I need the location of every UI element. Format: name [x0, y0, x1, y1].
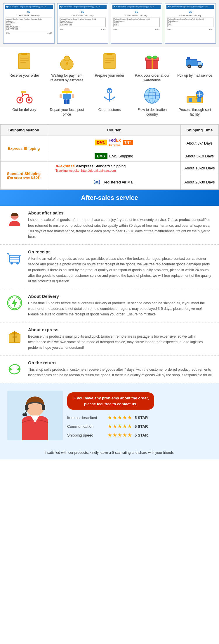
svg-marker-70 — [9, 367, 13, 371]
svg-rect-17 — [198, 62, 202, 65]
svg-rect-4 — [20, 62, 26, 63]
col-shipping-method: Shipping Method — [1, 125, 47, 135]
headset-person-icon — [7, 391, 63, 440]
service-item-express: About express Because this product is sm… — [0, 322, 219, 356]
svg-rect-22 — [187, 57, 190, 59]
fedex-logo: FedExExpress — [109, 138, 121, 147]
courier-express-logos: DHL FedExExpress TNT — [47, 135, 181, 151]
rating-label-comm: Communication — [67, 424, 105, 429]
prepare-clipboard-icon — [99, 51, 120, 72]
step-label-payment: Waiting for payment released by alixpres… — [48, 73, 86, 83]
step-depart-post: Depart your local post office — [48, 85, 86, 117]
service-title-express: About express — [28, 327, 213, 332]
svg-rect-8 — [104, 54, 115, 69]
warehouse-icon — [185, 85, 205, 106]
step-label-sort: Process through sort facility — [176, 108, 214, 117]
svg-rect-10 — [105, 58, 114, 59]
step-pack-order: Pack your order at our warehouse — [133, 51, 171, 83]
globe-icon — [142, 85, 162, 106]
time-registered: About 20-30 Days — [181, 175, 219, 190]
svg-rect-3 — [20, 60, 29, 61]
rating-row-comm: Communication ★★★★★ 5 STAR — [67, 423, 213, 430]
star-value-shipping: 5 STAR — [135, 433, 148, 437]
dhl-logo: DHL — [95, 140, 107, 145]
time-express-1: About 3-7 Days — [181, 135, 219, 151]
svg-rect-74 — [42, 405, 45, 410]
step-receive-order: Receive your order — [5, 51, 43, 83]
svg-point-60 — [16, 262, 19, 265]
svg-rect-12 — [105, 62, 111, 63]
step-clear-customs: Clear customs — [91, 85, 128, 117]
service-text-after-sales: I shop the sale of all goods, after the … — [28, 217, 213, 240]
svg-rect-2 — [20, 58, 29, 59]
ems-label: EMS Shipping — [109, 154, 133, 158]
step-flow-destination: Flow to destination country — [133, 85, 171, 117]
step-waiting-payment: $ Waiting for payment released by alixpr… — [48, 51, 86, 83]
svg-point-36 — [109, 90, 110, 92]
svg-point-59 — [11, 262, 13, 265]
cart-icon — [7, 250, 22, 266]
shipping-steps-section: Receive your order $ Waiting for payment… — [0, 47, 219, 124]
time-ems: About 3-10 Days — [181, 151, 219, 162]
courier-ems: EMS EMS Shipping — [47, 151, 181, 162]
step-label-out-delivery: Out for delivery — [12, 108, 36, 112]
svg-rect-27 — [21, 91, 26, 93]
service-title-return: On the return — [28, 360, 213, 365]
courier-registered: ✉ Registered Air Mail — [47, 175, 181, 190]
reg-label: Registered Air Mail — [102, 180, 134, 184]
svg-rect-68 — [13, 336, 17, 338]
step-pickup: Pck up by mail service — [176, 51, 214, 83]
star-value-comm: 5 STAR — [135, 424, 148, 429]
step-label-depart-post: Depart your local post office — [48, 108, 86, 117]
certificates-section: H≡ Shenzhen Hongtai Testing Technology C… — [0, 0, 219, 47]
contact-footer: If satisfied with our products, kindly l… — [0, 448, 219, 459]
cert-card-3: H≡ Shenzhen Hongtai Testing Technology C… — [111, 3, 162, 44]
shipping-table-section: Shipping Method Courier Shipping Time Ex… — [0, 124, 219, 190]
scooter-icon — [14, 85, 34, 106]
step-prepare-order: Prepare your order — [91, 51, 128, 83]
svg-rect-32 — [67, 99, 69, 104]
contact-bubble: IF you have any problems about the order… — [67, 392, 154, 410]
box-icon — [7, 328, 22, 344]
svg-line-55 — [8, 253, 10, 256]
courier-aliexpress: Aliexpress Aliexpress Standard Shipping … — [47, 162, 181, 175]
stars-item: ★★★★★ — [107, 414, 132, 421]
step-label-prepare: Prepare your order — [95, 73, 124, 78]
return-arrows-icon — [7, 361, 22, 377]
service-item-after-sales: About after sales I shop the sale of all… — [0, 206, 219, 245]
service-item-receipt: On receipt After the arrival of the good… — [0, 245, 219, 289]
lightning-icon — [7, 295, 22, 311]
truck-icon — [185, 51, 205, 72]
rating-row-shipping: Shipping speed ★★★★★ 5 STAR — [67, 432, 213, 438]
stars-shipping: ★★★★★ — [107, 432, 132, 438]
svg-rect-31 — [64, 99, 67, 104]
rating-row-item: Item as described ★★★★★ 5 STAR — [67, 414, 213, 421]
steps-row-2: Out for delivery Depart your local post … — [3, 85, 216, 117]
svg-rect-11 — [105, 60, 114, 61]
step-out-delivery: Out for delivery — [5, 85, 43, 117]
step-label-receive: Receive your order — [9, 73, 39, 78]
svg-rect-16 — [186, 59, 197, 66]
svg-rect-75 — [22, 413, 27, 416]
rating-label-shipping: Shipping speed — [67, 433, 105, 437]
service-text-receipt: After the arrival of the goods as soon a… — [28, 256, 213, 284]
svg-point-19 — [188, 66, 190, 67]
svg-rect-1 — [21, 53, 27, 55]
tnt-logo: TNT — [123, 140, 133, 145]
cert-card-1: H≡ Shenzhen Hongtai Testing Technology C… — [3, 3, 55, 44]
steps-row-1: Receive your order $ Waiting for payment… — [3, 51, 216, 83]
step-label-pickup: Pck up by mail service — [177, 73, 212, 78]
svg-rect-30 — [62, 91, 72, 93]
contact-footer-text: If satisfied with our products, kindly l… — [44, 451, 175, 455]
cert-card-4: H≡ Shenzhen Hongtai Testing Technology C… — [165, 3, 216, 44]
col-courier: Courier — [47, 125, 181, 135]
svg-text:$: $ — [66, 61, 68, 66]
service-text-express: Because this product is small profits an… — [28, 334, 213, 351]
money-bag-icon: $ — [57, 51, 77, 72]
method-standard: Standard Shipping (For order over USD5) — [1, 162, 47, 190]
step-label-customs: Clear customs — [98, 108, 121, 112]
svg-rect-47 — [197, 98, 201, 102]
registered-mail-icon: ✉ — [93, 177, 100, 187]
service-item-delivery: About Delivery China time 16 points befo… — [0, 289, 219, 322]
after-sales-items: About after sales I shop the sale of all… — [0, 206, 219, 383]
